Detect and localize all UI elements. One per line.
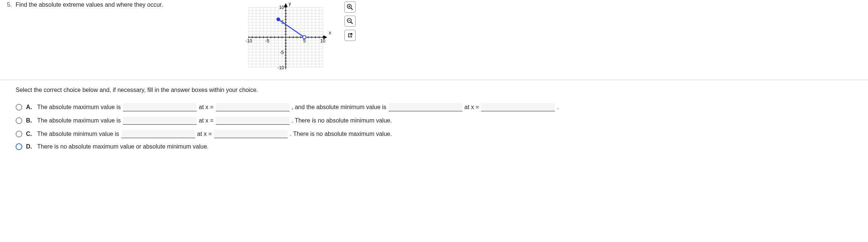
open-endpoint [302, 36, 306, 39]
closed-endpoint [276, 17, 280, 21]
choice-a-seg1: The absolute maximum value is [37, 104, 121, 111]
choice-c-label: C. [26, 131, 33, 137]
instruction-text: Select the correct choice below and, if … [0, 87, 868, 93]
zoom-in-button[interactable] [344, 1, 356, 13]
choice-c-blank2[interactable] [214, 130, 288, 138]
choice-a-label: A. [26, 104, 33, 111]
external-link-icon [347, 32, 353, 38]
choice-b-seg1: The absolute maximum value is [37, 117, 121, 124]
divider [0, 80, 868, 80]
zoom-out-button[interactable] [344, 16, 356, 27]
radio-c[interactable] [16, 131, 22, 137]
choice-b[interactable]: B. The absolute maximum value is at x = … [16, 117, 868, 125]
svg-line-89 [351, 22, 353, 24]
choice-c-seg1: The absolute minimum value is [37, 131, 119, 137]
choice-d-label: D. [26, 143, 33, 150]
choice-b-blank1[interactable] [123, 117, 197, 125]
choice-b-blank2[interactable] [216, 117, 289, 125]
zoom-out-icon [347, 18, 353, 25]
open-graph-button[interactable] [344, 30, 356, 41]
choice-a-blank4[interactable] [481, 103, 555, 111]
choice-c-blank1[interactable] [122, 130, 195, 138]
y-axis-label: y [289, 1, 291, 6]
choice-a-blank2[interactable] [216, 103, 289, 111]
choice-a-blank3[interactable] [389, 103, 462, 111]
ytick-neg10: -10 [278, 65, 284, 70]
xtick-10: 10 [320, 38, 326, 44]
question-text: Find the absolute extreme values and whe… [16, 1, 163, 8]
choice-b-label: B. [26, 117, 33, 124]
choice-a-seg3: , and the absolute minimum value is [292, 104, 386, 111]
choice-a[interactable]: A. The absolute maximum value is at x = … [16, 103, 868, 111]
choice-a-blank1[interactable] [123, 103, 197, 111]
radio-a[interactable] [16, 104, 22, 111]
x-axis-label: x [329, 30, 331, 35]
radio-d[interactable] [16, 143, 22, 150]
graph-plot: -10 -5 5 10 10 5 -5 -10 x y [234, 0, 338, 74]
choice-b-seg2: at x = [199, 117, 214, 124]
choice-d[interactable]: D. There is no absolute maximum value or… [16, 143, 868, 150]
radio-b[interactable] [16, 117, 22, 124]
xtick-neg5: -5 [265, 38, 269, 44]
choice-a-seg4: at x = [464, 104, 479, 111]
choice-c[interactable]: C. The absolute minimum value is at x = … [16, 130, 868, 138]
question-number: 5. [0, 1, 16, 8]
choice-b-seg3: . There is no absolute minimum value. [292, 117, 392, 124]
ytick-10: 10 [279, 5, 284, 10]
choice-c-seg3: . There is no absolute maximum value. [290, 131, 392, 137]
choice-a-seg5: . [557, 104, 558, 111]
xtick-neg10: -10 [246, 38, 252, 44]
choice-c-seg2: at x = [197, 131, 212, 137]
choice-a-seg2: at x = [199, 104, 214, 111]
svg-line-85 [351, 8, 353, 10]
choice-d-seg1: There is no absolute maximum value or ab… [37, 143, 209, 150]
zoom-in-icon [347, 4, 353, 10]
ytick-neg5: -5 [280, 50, 284, 55]
svg-marker-43 [284, 4, 287, 7]
